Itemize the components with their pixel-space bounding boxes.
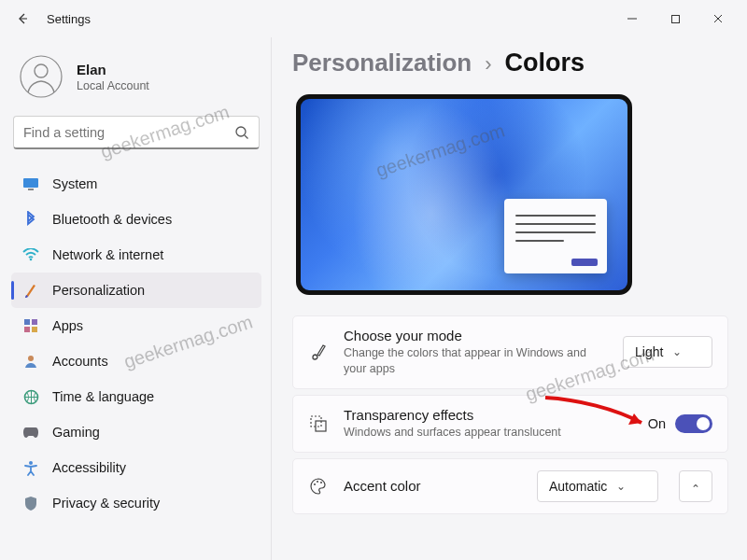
person-icon: [20, 55, 63, 98]
sidebar-item-label: Gaming: [52, 425, 100, 440]
window-preview: [504, 199, 607, 273]
chevron-up-icon: ⌄: [691, 482, 700, 495]
dropdown-value: Light: [635, 344, 663, 359]
sidebar-item-accessibility[interactable]: Accessibility: [11, 450, 261, 485]
globe-clock-icon: [22, 388, 39, 405]
desktop-preview: [296, 94, 632, 295]
expand-accent-button[interactable]: ⌄: [679, 470, 712, 502]
setting-title: Transparency effects: [344, 407, 633, 423]
sidebar-item-privacy[interactable]: Privacy & security: [11, 485, 261, 521]
user-name: Elan: [77, 62, 149, 77]
search-input[interactable]: [23, 125, 234, 140]
close-icon: [712, 13, 724, 24]
svg-point-11: [28, 356, 34, 361]
maximize-button[interactable]: [654, 4, 697, 34]
sidebar-item-personalization[interactable]: Personalization: [11, 273, 261, 308]
sidebar: Elan Local Account System Bluetooth & de…: [0, 37, 271, 560]
svg-point-18: [320, 482, 322, 483]
bluetooth-icon: [22, 211, 39, 228]
accessibility-icon: [22, 459, 39, 476]
sidebar-item-accounts[interactable]: Accounts: [11, 343, 261, 379]
sidebar-item-apps[interactable]: Apps: [11, 308, 261, 343]
page-title: Colors: [504, 49, 585, 77]
breadcrumb-parent[interactable]: Personalization: [292, 49, 472, 77]
sidebar-item-bluetooth[interactable]: Bluetooth & devices: [11, 202, 261, 237]
apps-icon: [22, 317, 39, 334]
system-icon: [22, 175, 39, 192]
breadcrumb: Personalization › Colors: [292, 49, 728, 77]
nav-list: System Bluetooth & devices Network & int…: [11, 166, 261, 521]
transparency-icon: [308, 413, 329, 434]
setting-text: Transparency effects Windows and surface…: [344, 407, 633, 441]
svg-point-17: [317, 481, 318, 483]
sidebar-item-gaming[interactable]: Gaming: [11, 414, 261, 450]
transparency-toggle[interactable]: [675, 414, 712, 433]
user-text: Elan Local Account: [77, 62, 149, 92]
setting-row-accent: Accent color Automatic ⌄ ⌄: [292, 458, 728, 514]
setting-row-transparency: Transparency effects Windows and surface…: [292, 395, 728, 453]
svg-rect-4: [23, 178, 38, 188]
svg-point-1: [21, 56, 62, 97]
svg-rect-8: [32, 319, 37, 325]
setting-subtitle: Windows and surfaces appear translucent: [344, 425, 633, 441]
sidebar-item-label: Accounts: [52, 354, 108, 369]
sidebar-item-label: Time & language: [52, 389, 154, 404]
maximize-icon: [670, 14, 681, 24]
svg-rect-0: [671, 15, 679, 22]
user-block[interactable]: Elan Local Account: [11, 45, 261, 116]
svg-rect-5: [28, 189, 34, 190]
user-account-type: Local Account: [77, 79, 149, 92]
svg-rect-10: [32, 327, 37, 332]
svg-point-13: [29, 461, 33, 465]
paintbrush-icon: [22, 282, 39, 299]
search-icon: [234, 125, 249, 140]
setting-title: Choose your mode: [344, 328, 608, 343]
svg-rect-9: [24, 327, 30, 332]
accounts-icon: [22, 353, 39, 370]
sidebar-item-time-language[interactable]: Time & language: [11, 379, 261, 414]
sidebar-item-system[interactable]: System: [11, 166, 261, 202]
sidebar-item-label: Accessibility: [52, 460, 126, 475]
setting-text: Accent color: [344, 478, 522, 494]
toggle-state-label: On: [648, 416, 666, 431]
chevron-down-icon: ⌄: [616, 480, 626, 493]
avatar: [19, 54, 63, 99]
sidebar-item-label: Network & internet: [52, 247, 163, 262]
brush-icon: [308, 342, 329, 362]
arrow-left-icon: [15, 11, 30, 26]
palette-icon: [308, 476, 329, 497]
chevron-right-icon: ›: [485, 52, 491, 77]
window-controls: [611, 4, 740, 34]
gaming-icon: [22, 424, 39, 441]
wifi-icon: [22, 246, 39, 263]
transparency-toggle-group: On: [648, 414, 712, 433]
chevron-down-icon: ⌄: [672, 345, 682, 358]
titlebar: Settings: [0, 0, 747, 37]
sidebar-item-label: System: [52, 176, 97, 191]
setting-text: Choose your mode Change the colors that …: [344, 328, 608, 377]
minimize-button[interactable]: [611, 4, 654, 34]
svg-rect-7: [24, 319, 30, 325]
shield-icon: [22, 495, 39, 511]
content-pane: Personalization › Colors Choose your mod…: [271, 37, 747, 560]
setting-title: Accent color: [344, 478, 522, 494]
svg-point-3: [236, 127, 246, 136]
svg-point-6: [30, 259, 33, 261]
setting-row-mode: Choose your mode Change the colors that …: [292, 315, 728, 389]
dropdown-value: Automatic: [549, 479, 607, 494]
setting-subtitle: Change the colors that appear in Windows…: [344, 345, 608, 377]
close-button[interactable]: [697, 4, 740, 34]
back-button[interactable]: [7, 4, 37, 34]
accent-dropdown[interactable]: Automatic ⌄: [537, 470, 658, 502]
svg-point-16: [314, 483, 316, 485]
sidebar-item-network[interactable]: Network & internet: [11, 237, 261, 273]
minimize-icon: [627, 13, 638, 24]
sidebar-item-label: Personalization: [52, 283, 145, 298]
sidebar-item-label: Bluetooth & devices: [52, 212, 172, 227]
sidebar-item-label: Apps: [52, 318, 83, 333]
mode-dropdown[interactable]: Light ⌄: [623, 336, 712, 368]
search-box[interactable]: [13, 116, 260, 149]
sidebar-item-label: Privacy & security: [52, 496, 160, 511]
svg-point-2: [35, 64, 48, 77]
window-title: Settings: [47, 12, 91, 26]
